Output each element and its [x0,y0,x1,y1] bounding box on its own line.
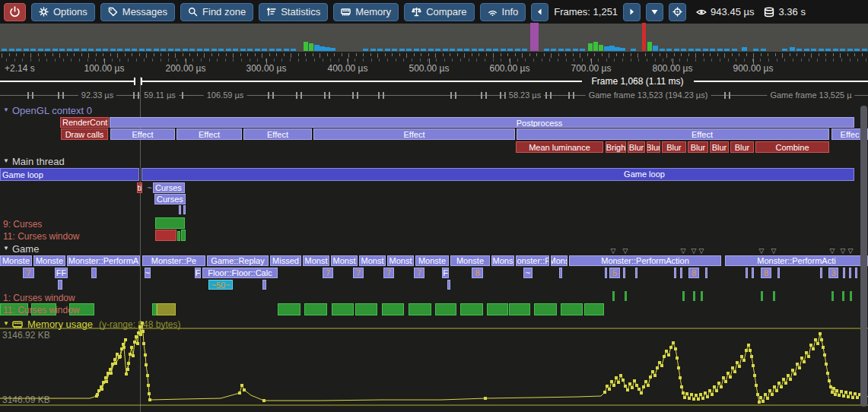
zone[interactable]: Monst [359,255,386,266]
zone[interactable] [91,268,97,278]
zone[interactable]: Monst [387,255,414,266]
zone[interactable]: Effect [313,128,515,140]
section-header[interactable]: Main thread [12,156,65,167]
prev-frame-button[interactable] [531,3,548,21]
zone[interactable]: ti [137,182,142,193]
info-button[interactable]: Info [480,3,526,21]
zone[interactable] [746,268,748,278]
zone[interactable] [855,268,857,278]
zone[interactable]: Monster::PerformA [67,255,140,266]
zone[interactable] [262,280,266,290]
zone[interactable] [623,268,625,278]
zone[interactable]: Blur [688,141,708,153]
zone[interactable]: ~ [145,268,151,278]
zone[interactable]: Blur [662,141,686,153]
zone[interactable]: 3 [828,268,838,278]
zone[interactable] [777,268,780,278]
zone[interactable]: 8 [472,268,483,278]
zone[interactable] [183,205,186,214]
vertical-scrollbar[interactable] [860,106,867,407]
zone[interactable]: Brigh [606,141,626,153]
zone[interactable]: Mean luminance [516,141,603,153]
zone[interactable]: ~50~ [208,280,233,290]
zone[interactable]: Game loop [0,168,139,181]
zone[interactable] [820,268,822,278]
section-header[interactable]: Game [12,243,39,255]
zone[interactable] [58,280,62,290]
zone-label: Effec [841,130,860,139]
zone[interactable]: Monster::Pe [516,255,549,266]
histogram-bar [642,23,646,51]
zone[interactable]: F [195,268,201,278]
zone[interactable]: Game loop [141,168,854,181]
frame-histogram[interactable] [0,24,868,52]
zone[interactable]: 7 [23,268,34,278]
compare-button[interactable]: Compare [404,3,474,21]
zone[interactable] [705,268,707,278]
zone[interactable] [849,268,851,278]
zone[interactable]: Curses [153,182,185,193]
collapse-icon[interactable]: ▼ [3,157,9,164]
zone[interactable]: 8 [761,268,771,278]
zone[interactable] [559,268,562,278]
zone[interactable]: Game::Replay [207,255,269,266]
find-zone-button[interactable]: Find zone [180,3,253,21]
zone[interactable]: Blur [730,141,754,153]
zone[interactable]: Effect [517,128,829,140]
zone[interactable] [447,280,450,290]
zone[interactable]: Floor::Floor::Calc [202,268,278,278]
options-button[interactable]: Options [31,3,95,21]
zone[interactable]: Monster::PerformAction [569,255,721,266]
zone[interactable]: Monste [450,255,490,266]
zone[interactable]: Monste [415,255,449,266]
zone[interactable]: Monst [331,255,358,266]
zone[interactable]: 7 [353,268,364,278]
zone[interactable] [752,268,754,278]
zone[interactable]: Effect [176,128,242,140]
zone[interactable] [605,268,607,278]
power-button[interactable] [4,3,26,21]
zone[interactable] [843,268,845,278]
zone[interactable]: Effect [110,128,175,140]
next-frame-button[interactable] [623,3,641,21]
zone[interactable]: 7 [323,268,333,278]
frame-select-button[interactable] [646,3,663,21]
subframe-tick [62,92,64,99]
zone[interactable]: Postprocess [110,117,854,128]
zone[interactable]: 5 [609,268,620,278]
zone[interactable]: Curses [154,194,186,204]
zone[interactable] [674,268,676,278]
memory-button[interactable]: Memory [333,3,399,21]
zone[interactable]: RenderCont [60,117,109,128]
zone[interactable]: Monster::PerformActi [725,255,868,266]
zone[interactable]: Missed [270,255,301,266]
messages-button[interactable]: Messages [100,3,175,21]
zone[interactable]: 7 [383,268,394,278]
zone[interactable]: Blur [710,141,729,153]
zone[interactable]: Mons [551,255,568,266]
zone[interactable]: Draw calls [61,128,108,140]
zone[interactable]: 8 [688,268,699,278]
zone[interactable]: ~ [523,268,533,278]
zone[interactable]: Blur [628,141,645,153]
collapse-icon[interactable]: ▼ [3,106,9,113]
zone[interactable]: 7 [414,268,424,278]
focus-frame-button[interactable] [669,3,686,21]
zone[interactable] [179,205,181,214]
zone[interactable]: Monste [33,255,65,266]
zone[interactable]: Monst [303,255,329,266]
zone[interactable] [635,268,637,278]
zone[interactable]: Blur [647,141,660,153]
zone[interactable]: Combine [755,141,829,153]
zone[interactable] [680,268,682,278]
zone[interactable]: Effect [243,128,312,140]
zone[interactable]: F [442,268,449,278]
zone[interactable]: Monster::Pe [142,255,205,266]
zone[interactable]: Monste [0,255,32,266]
zone[interactable]: ~ [147,182,152,193]
statistics-button[interactable]: Statistics [259,3,328,21]
collapse-icon[interactable]: ▼ [3,245,9,252]
section-header[interactable]: OpenGL context 0 [12,105,92,116]
zone[interactable]: FF [55,268,68,278]
zone[interactable]: Mons [491,255,514,266]
